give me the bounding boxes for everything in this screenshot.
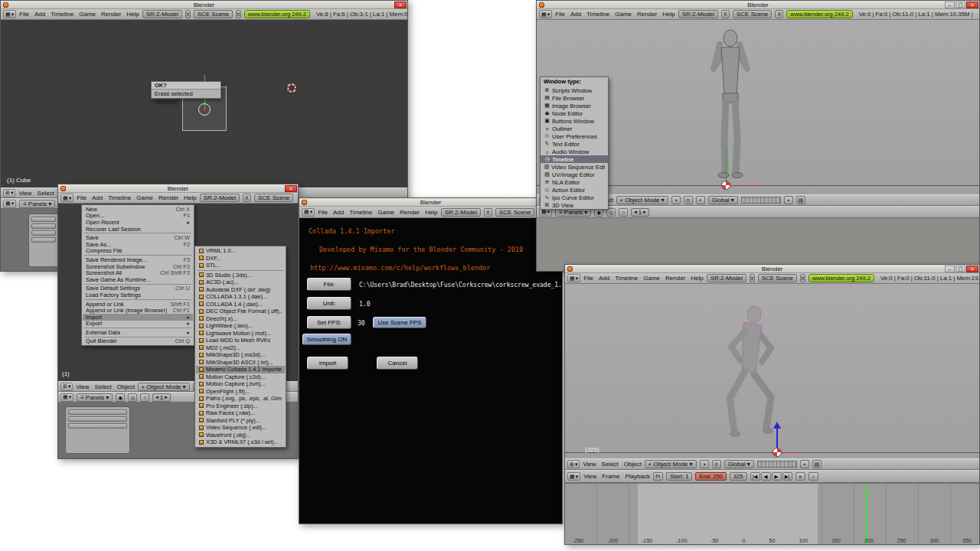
titlebar[interactable]: Blender – ▢ × <box>565 265 979 273</box>
import-menu-item[interactable]: MD2 (.md2)... <box>196 344 285 352</box>
transport-button[interactable]: ▶ <box>772 472 782 481</box>
menu-item[interactable]: Help <box>662 11 675 18</box>
panel-button[interactable] <box>31 223 56 229</box>
titlebar[interactable]: Blender × <box>299 198 562 207</box>
import-menu-item[interactable]: OpenFlight (.flt)... <box>196 388 285 396</box>
menu-item[interactable]: Help <box>184 194 196 201</box>
import-menu-item[interactable]: Paths (.svg, .ps, .eps, .ai, Gimp) <box>196 395 285 403</box>
tool-panel[interactable] <box>65 406 130 454</box>
file-menu-item[interactable]: Save Rendered Image... F3 <box>83 256 193 263</box>
version-badge[interactable]: www.blender.org 249.2 <box>786 10 852 18</box>
preview-toggle-button[interactable]: Pr <box>653 472 663 481</box>
current-frame-field[interactable]: 325 <box>730 472 747 481</box>
import-button[interactable]: Import <box>307 357 348 370</box>
file-menu-item[interactable]: Load Factory Settings <box>83 292 193 298</box>
start-frame-field[interactable]: Start: 1 <box>666 472 692 481</box>
viewport-menu-item[interactable]: View <box>18 190 31 197</box>
timeline-menu-item[interactable]: Playback <box>625 473 649 480</box>
window-type-item[interactable]: ◷ Timeline <box>541 155 608 163</box>
set-fps-button[interactable]: Set FPS: <box>307 316 351 329</box>
import-menu-item[interactable]: Autodesk DXF (.dxf .dwg) <box>196 286 285 294</box>
screen-selector[interactable]: SR:2-Model <box>200 194 240 202</box>
window-type-item[interactable]: ▧ UV/Image Editor <box>541 171 608 178</box>
timeline-menu-item[interactable]: View <box>583 473 596 480</box>
window-type-button[interactable]: ▦▾ <box>567 274 580 282</box>
file-menu-item[interactable]: Quit Blender Ctrl Q <box>83 338 193 345</box>
window-type-item[interactable]: ≋ NLA Editor <box>541 178 608 186</box>
import-menu-item[interactable]: Stanford PLY (*.ply)... <box>196 417 285 425</box>
import-menu-item[interactable]: Motion Capture (.bvh)... <box>196 380 285 388</box>
stepper-right-icon[interactable]: ▸ <box>643 209 646 215</box>
timeline-menu-item[interactable]: Frame <box>602 473 619 480</box>
scene-selector[interactable]: SCE Scene <box>733 10 772 18</box>
audio-mute-button[interactable]: ♪ <box>808 472 818 481</box>
transport-button[interactable]: ▶| <box>782 472 792 481</box>
transport-button[interactable]: ◀ <box>761 472 771 481</box>
menu-item[interactable]: Timeline <box>615 275 638 282</box>
window-type-item[interactable]: ✎ Text Editor <box>541 140 608 148</box>
import-menu-item[interactable]: DirectX(.x)... <box>196 315 285 323</box>
version-badge[interactable]: www.blender.org 249.2 <box>808 274 874 282</box>
window-type-item[interactable]: ⊞ 3D View <box>541 201 608 209</box>
menu-item[interactable]: Game <box>643 275 660 282</box>
import-menu-item[interactable]: Motion Capture (.c3d)... <box>196 373 285 381</box>
import-menu-item[interactable]: Video Sequence (.edl)... <box>196 424 285 432</box>
import-menu-item[interactable]: COLLADA 1.3.1 (.dae)... <box>196 293 285 301</box>
import-menu-item[interactable]: MilkShape3D (.ms3d)... <box>196 351 285 359</box>
file-menu-item[interactable]: Open... F1 <box>83 213 193 220</box>
viewport-menu-item[interactable]: View <box>76 383 89 390</box>
window-type-button[interactable]: ▦▾ <box>60 194 74 202</box>
file-menu-item[interactable]: Save As... F2 <box>83 241 193 248</box>
stepper-left-icon[interactable]: ◂ <box>634 209 637 215</box>
menu-item[interactable]: File <box>583 275 593 282</box>
viewport-menu-item[interactable]: Select <box>95 383 112 390</box>
menu-item[interactable]: Render <box>637 11 657 18</box>
screen-close-button[interactable]: X <box>721 10 730 18</box>
menu-item[interactable]: Game <box>615 11 632 18</box>
menu-item[interactable]: File <box>77 194 87 201</box>
transport-button[interactable]: |◀ <box>750 472 760 481</box>
close-button[interactable]: × <box>966 2 978 8</box>
file-menu-item[interactable]: Save Ctrl W <box>83 234 193 241</box>
popup-item-erase[interactable]: Erase selected Object(s) <box>152 90 220 98</box>
close-button[interactable]: × <box>966 266 978 272</box>
orientation-selector[interactable]: Global▾ <box>708 196 738 204</box>
scene-close-button[interactable]: X <box>800 274 805 282</box>
end-frame-field[interactable]: End: 250 <box>695 472 726 481</box>
screen-close-button[interactable]: X <box>484 208 492 217</box>
orientation-selector[interactable]: Global▾ <box>724 460 754 468</box>
window-type-item[interactable]: ▥ Video Sequence Editor <box>541 163 608 171</box>
menu-item[interactable]: Add <box>92 194 103 201</box>
panel-button[interactable] <box>68 409 127 415</box>
lock-icon[interactable]: ▪ <box>800 460 809 468</box>
menu-item[interactable]: File <box>318 209 328 216</box>
window-type-item[interactable]: ♪ Audio Window <box>541 148 608 155</box>
stepper-right-icon[interactable]: ▸ <box>165 394 168 400</box>
screen-close-button[interactable]: X <box>185 10 191 18</box>
window-type-item[interactable]: ▣ Buttons Window <box>541 117 608 125</box>
scene-close-button[interactable]: X <box>236 10 241 18</box>
window-type-item[interactable]: ▦ Image Browser <box>541 102 608 109</box>
import-menu-item[interactable]: MilkShape3D ASCII (.txt)... <box>196 359 285 367</box>
window-type-button[interactable]: ▦▾ <box>3 10 16 18</box>
window-type-item[interactable]: ▤ File Browser <box>541 94 608 102</box>
viewport-menu-item[interactable]: View <box>583 461 596 468</box>
viewport-menu-item[interactable]: Object <box>117 383 135 390</box>
editor-type-button[interactable]: ⊞▾ <box>60 383 73 391</box>
minimize-button[interactable]: – <box>945 2 955 8</box>
timeline-ruler[interactable]: -250-200-150-100-50050100150200250300350 <box>565 483 979 544</box>
context-shading-icon[interactable]: ◎ <box>128 393 137 402</box>
minimize-button[interactable]: – <box>945 266 955 272</box>
import-menu-item[interactable]: COLLADA 1.4 (.dae)... <box>196 301 285 308</box>
close-button[interactable]: × <box>285 185 297 192</box>
current-frame-line[interactable] <box>866 484 867 544</box>
use-scene-fps-button[interactable]: Use Scene FPS <box>373 317 426 328</box>
menu-item[interactable]: Add <box>599 275 609 282</box>
menu-item[interactable]: Add <box>333 209 344 216</box>
file-menu-item[interactable]: Save Default Settings Ctrl U <box>83 285 193 292</box>
import-menu-item[interactable]: Pro Engineer (.slp)... <box>196 403 285 410</box>
layer-buttons[interactable] <box>741 197 781 204</box>
window-type-item[interactable]: ◇ Action Editor <box>541 186 608 194</box>
record-button[interactable]: ● <box>795 472 805 481</box>
editor-type-button[interactable]: ▦▾ <box>567 472 580 481</box>
